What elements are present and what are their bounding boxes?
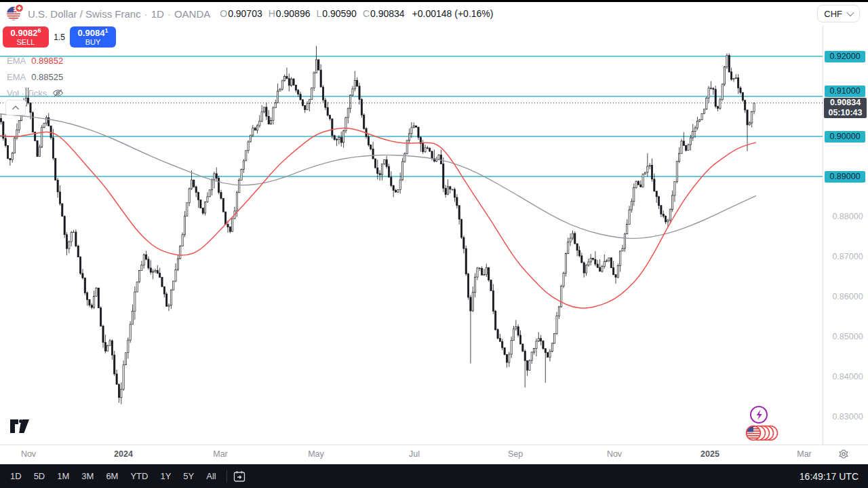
sell-button[interactable]: 0.90826 SELL xyxy=(3,26,49,48)
candle xyxy=(309,99,310,111)
currency-selector-value: CHF xyxy=(824,9,842,19)
symbol-title[interactable]: U.S. Dollar / Swiss Franc·1D·OANDA xyxy=(28,8,210,20)
candle xyxy=(703,109,705,115)
candle xyxy=(717,106,718,111)
volume-legend-row[interactable]: Vol · Ticks xyxy=(7,85,64,101)
collapse-pane-button[interactable] xyxy=(5,100,26,115)
price-axis[interactable]: 0.920000.910000.900000.890000.880000.870… xyxy=(823,25,868,445)
candle xyxy=(590,254,591,265)
buy-price: 0.90841 xyxy=(78,28,108,38)
range-button-3m[interactable]: 3M xyxy=(77,469,98,483)
candle xyxy=(540,335,542,345)
candle xyxy=(622,245,623,251)
candle xyxy=(665,215,666,224)
candle xyxy=(730,68,732,81)
tradingview-logo-icon[interactable] xyxy=(9,419,30,436)
candle xyxy=(515,320,517,331)
candle xyxy=(370,145,372,151)
candle xyxy=(102,325,104,348)
price-axis-level-badge[interactable]: 0.91000 xyxy=(825,86,865,97)
candle xyxy=(372,142,374,159)
candle xyxy=(211,179,212,195)
candle xyxy=(155,269,156,274)
time-axis-label: Mar xyxy=(213,449,228,459)
candle xyxy=(490,280,492,290)
price-axis-level-badge[interactable]: 0.90000 xyxy=(825,131,865,143)
candle xyxy=(547,352,549,357)
candle xyxy=(738,74,739,94)
candle xyxy=(633,184,635,206)
candle xyxy=(753,103,755,115)
candle xyxy=(77,244,79,257)
candle xyxy=(243,159,244,173)
candle xyxy=(216,168,217,181)
candle xyxy=(728,54,730,73)
candle xyxy=(719,98,721,110)
range-button-6m[interactable]: 6M xyxy=(101,469,123,483)
chevron-up-icon xyxy=(12,105,20,111)
candle xyxy=(399,172,401,193)
time-axis-label: Jul xyxy=(409,449,420,459)
candle xyxy=(159,268,161,278)
candle xyxy=(452,189,453,191)
candle xyxy=(168,303,170,311)
candle xyxy=(254,127,256,131)
candle xyxy=(517,324,519,337)
time-axis-label: Nov xyxy=(607,449,622,459)
eye-off-icon[interactable] xyxy=(52,88,64,98)
candle xyxy=(195,185,197,197)
candle xyxy=(617,263,618,278)
candle xyxy=(270,117,271,125)
currency-selector-dropdown[interactable]: CHF xyxy=(817,5,860,22)
candle xyxy=(284,75,285,82)
candle xyxy=(554,333,555,344)
candle xyxy=(232,219,233,232)
candle xyxy=(456,194,458,208)
candle xyxy=(397,189,399,193)
candle xyxy=(749,121,750,126)
candle xyxy=(200,200,201,208)
candle xyxy=(18,120,20,133)
range-button-ytd[interactable]: YTD xyxy=(125,469,153,483)
gear-settings-icon[interactable] xyxy=(838,449,849,462)
candle xyxy=(429,147,431,153)
range-button-1d[interactable]: 1D xyxy=(5,469,26,483)
range-button-1y[interactable]: 1Y xyxy=(155,469,176,483)
candle xyxy=(307,101,308,110)
buy-label: BUY xyxy=(85,39,101,47)
sell-price: 0.90826 xyxy=(11,28,41,38)
trading-chart-app: U.S. Dollar / Swiss Franc·1D·OANDA O0.90… xyxy=(0,0,868,488)
candle xyxy=(148,257,149,270)
ema-legend-row[interactable]: EMA 0.88525 xyxy=(7,69,64,85)
ema-legend-row[interactable]: EMA 0.89852 xyxy=(7,52,64,69)
price-axis-level-badge[interactable]: 0.92000 xyxy=(825,51,865,62)
candle xyxy=(551,343,553,352)
time-axis[interactable]: Nov2024MarMayJulSepNov2025Mar xyxy=(0,445,868,465)
candle xyxy=(443,157,444,192)
go-to-date-icon[interactable] xyxy=(233,470,246,483)
range-button-1m[interactable]: 1M xyxy=(52,469,74,483)
candles-layer xyxy=(0,46,755,405)
utc-clock[interactable]: 16:49:17 UTC xyxy=(800,471,859,482)
price-chart[interactable] xyxy=(0,0,823,488)
candle xyxy=(209,189,210,197)
candle xyxy=(381,164,382,180)
range-button-5d[interactable]: 5D xyxy=(29,469,50,483)
candle xyxy=(595,251,596,266)
candle xyxy=(624,233,625,252)
candle xyxy=(374,159,376,169)
candle xyxy=(393,185,394,197)
candle xyxy=(7,145,8,159)
candle xyxy=(286,68,288,79)
candle xyxy=(256,124,258,134)
candle xyxy=(572,230,573,240)
range-button-all[interactable]: All xyxy=(201,469,220,483)
price-axis-level-badge[interactable]: 0.89000 xyxy=(825,171,865,183)
candle xyxy=(134,286,136,320)
candle xyxy=(395,189,396,192)
date-range-buttons: 1D5D1M3M6MYTD1Y5YAll xyxy=(5,469,221,483)
candle xyxy=(406,140,408,154)
range-button-5y[interactable]: 5Y xyxy=(178,469,199,483)
price-axis-label: 0.88000 xyxy=(829,212,867,221)
buy-button[interactable]: 0.90841 BUY xyxy=(70,26,116,48)
